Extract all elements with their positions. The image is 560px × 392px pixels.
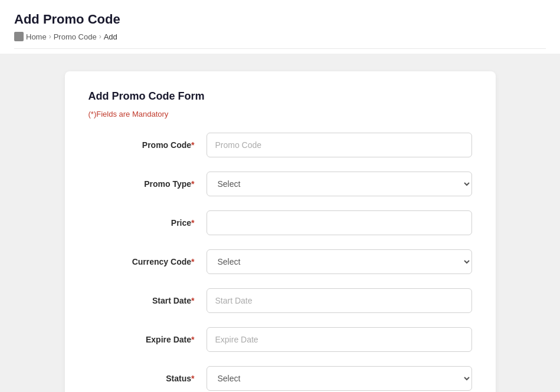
price-label: Price* bbox=[89, 218, 207, 228]
expire-date-required-star: * bbox=[191, 335, 194, 344]
promo-type-select[interactable]: Select bbox=[207, 172, 472, 196]
promo-code-group: Promo Code* bbox=[89, 133, 472, 157]
form-card: Add Promo Code Form (*)Fields are Mandat… bbox=[65, 71, 496, 392]
promo-type-label: Promo Type* bbox=[89, 179, 207, 189]
expire-date-input[interactable] bbox=[207, 327, 472, 352]
promo-code-input[interactable] bbox=[207, 133, 472, 157]
breadcrumb-separator-2: › bbox=[99, 32, 101, 41]
breadcrumb-promo-code[interactable]: Promo Code bbox=[54, 32, 97, 41]
main-content: Add Promo Code Form (*)Fields are Mandat… bbox=[0, 54, 560, 392]
start-date-group: Start Date* bbox=[89, 288, 472, 313]
promo-code-required-star: * bbox=[191, 140, 194, 150]
promo-type-required-star: * bbox=[191, 179, 194, 189]
breadcrumb-home[interactable]: Home bbox=[26, 32, 47, 41]
price-required-star: * bbox=[191, 218, 194, 228]
promo-type-group: Promo Type* Select bbox=[89, 172, 472, 196]
status-label: Status* bbox=[89, 374, 207, 383]
start-date-label: Start Date* bbox=[89, 296, 207, 305]
mandatory-note: (*)Fields are Mandatory bbox=[89, 110, 472, 118]
currency-code-label: Currency Code* bbox=[89, 257, 207, 266]
status-select[interactable]: Select bbox=[207, 366, 472, 391]
price-input[interactable] bbox=[207, 210, 472, 235]
home-icon bbox=[14, 32, 24, 41]
status-group: Status* Select bbox=[89, 366, 472, 391]
breadcrumb-separator-1: › bbox=[49, 32, 51, 41]
breadcrumb-add: Add bbox=[104, 32, 117, 41]
expire-date-group: Expire Date* bbox=[89, 327, 472, 352]
currency-code-required-star: * bbox=[191, 257, 194, 266]
start-date-input[interactable] bbox=[207, 288, 472, 313]
page-title: Add Promo Code bbox=[14, 12, 546, 27]
form-title: Add Promo Code Form bbox=[89, 90, 472, 103]
breadcrumb: Home › Promo Code › Add bbox=[14, 32, 546, 49]
expire-date-label: Expire Date* bbox=[89, 335, 207, 344]
status-required-star: * bbox=[191, 374, 194, 383]
currency-code-group: Currency Code* Select bbox=[89, 249, 472, 274]
price-group: Price* bbox=[89, 210, 472, 235]
currency-code-select[interactable]: Select bbox=[207, 249, 472, 274]
promo-code-label: Promo Code* bbox=[89, 140, 207, 150]
start-date-required-star: * bbox=[191, 296, 194, 305]
page-header: Add Promo Code Home › Promo Code › Add bbox=[0, 0, 560, 54]
